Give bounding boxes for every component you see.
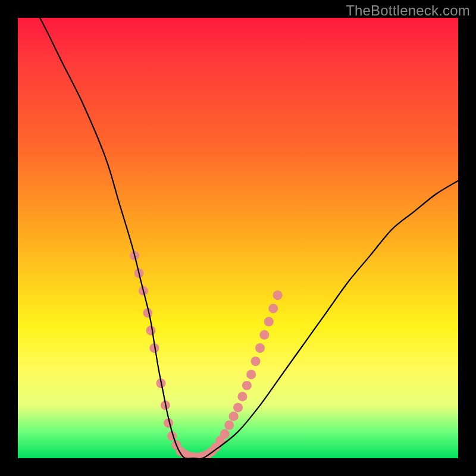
highlight-point	[264, 317, 274, 327]
chart-frame: TheBottleneck.com	[0, 0, 476, 476]
highlight-point	[233, 403, 243, 412]
curve-svg	[18, 18, 458, 458]
highlight-point	[237, 392, 247, 401]
highlight-point	[273, 290, 283, 300]
highlight-point	[146, 325, 155, 335]
highlight-point	[224, 421, 234, 430]
highlight-point	[251, 356, 261, 366]
highlight-point	[220, 429, 230, 439]
highlight-point	[242, 381, 252, 390]
highlight-point	[255, 343, 265, 353]
watermark-label: TheBottleneck.com	[346, 2, 470, 19]
highlight-point	[259, 330, 269, 340]
highlight-point	[246, 369, 256, 379]
highlight-point	[229, 412, 239, 421]
bottleneck-curve	[18, 18, 458, 458]
highlight-point	[268, 303, 278, 313]
highlight-markers	[130, 251, 283, 458]
plot-area	[18, 18, 458, 458]
